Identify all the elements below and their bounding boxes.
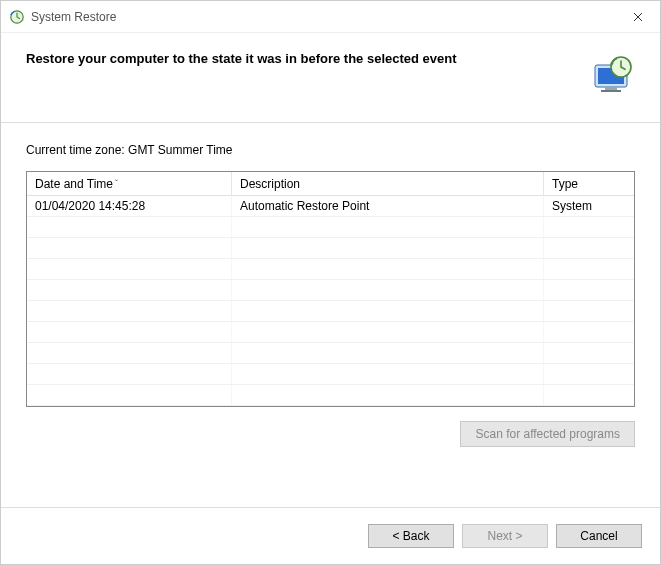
table-row-empty xyxy=(27,217,634,238)
column-header-date-time[interactable]: Date and Time ˇ xyxy=(27,172,232,196)
wizard-footer: < Back Next > Cancel xyxy=(1,507,660,564)
table-row-empty xyxy=(27,343,634,364)
column-header-type[interactable]: Type xyxy=(544,172,634,196)
restore-points-table[interactable]: Date and Time ˇ Description Type 01/04/2… xyxy=(26,171,635,407)
system-restore-icon xyxy=(9,9,25,25)
titlebar: System Restore xyxy=(1,1,660,33)
cell-date-time: 01/04/2020 14:45:28 xyxy=(27,196,232,216)
cell-type: System xyxy=(544,196,634,216)
table-row-empty xyxy=(27,259,634,280)
svg-rect-3 xyxy=(605,87,617,90)
back-button[interactable]: < Back xyxy=(368,524,454,548)
wizard-content: Current time zone: GMT Summer Time Date … xyxy=(1,123,660,507)
column-label: Type xyxy=(552,177,578,191)
page-heading: Restore your computer to the state it wa… xyxy=(26,51,587,66)
next-button[interactable]: Next > xyxy=(462,524,548,548)
restore-hero-icon xyxy=(587,51,635,99)
svg-rect-4 xyxy=(601,90,621,92)
column-label: Date and Time xyxy=(35,177,113,191)
table-body: 01/04/2020 14:45:28Automatic Restore Poi… xyxy=(27,196,634,406)
table-row-empty xyxy=(27,238,634,259)
cancel-button[interactable]: Cancel xyxy=(556,524,642,548)
column-header-description[interactable]: Description xyxy=(232,172,544,196)
wizard-header: Restore your computer to the state it wa… xyxy=(1,33,660,123)
cell-description: Automatic Restore Point xyxy=(232,196,544,216)
sort-descending-icon: ˇ xyxy=(115,178,118,188)
timezone-label: Current time zone: GMT Summer Time xyxy=(26,143,635,157)
column-label: Description xyxy=(240,177,300,191)
table-row-empty xyxy=(27,385,634,406)
window-title: System Restore xyxy=(31,10,615,24)
table-row-empty xyxy=(27,364,634,385)
scan-affected-programs-button[interactable]: Scan for affected programs xyxy=(460,421,635,447)
table-header: Date and Time ˇ Description Type xyxy=(27,172,634,196)
table-row-empty xyxy=(27,322,634,343)
close-button[interactable] xyxy=(615,1,660,33)
table-row[interactable]: 01/04/2020 14:45:28Automatic Restore Poi… xyxy=(27,196,634,217)
table-row-empty xyxy=(27,280,634,301)
table-row-empty xyxy=(27,301,634,322)
